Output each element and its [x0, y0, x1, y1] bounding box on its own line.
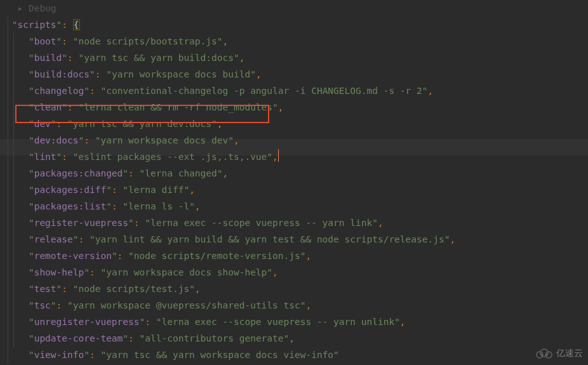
script-entry: "update-core-team": "all-contributors ge… — [6, 330, 588, 347]
script-entry: "boot": "node scripts/bootstrap.js", — [6, 33, 588, 50]
script-entry-highlighted: "dev": "yarn tsc && yarn dev:docs", — [6, 116, 588, 132]
script-entry: "packages:list": "lerna ls -l", — [6, 198, 588, 215]
scripts-key-line: "scripts": { — [6, 17, 588, 33]
script-entry: "unregister-vuepress": "lerna exec --sco… — [6, 314, 588, 330]
script-entry: "build": "yarn tsc && yarn build:docs", — [6, 50, 588, 66]
script-entry: "register-vuepress": "lerna exec --scope… — [6, 215, 588, 231]
script-entry: "show-help": "yarn workspace docs show-h… — [6, 264, 588, 281]
script-entry-cursor: "lint": "eslint packages --ext .js,.ts,.… — [6, 149, 588, 165]
script-entry: "remote-version": "node scripts/remote-v… — [6, 248, 588, 264]
script-entry: "release": "yarn lint && yarn build && y… — [6, 231, 588, 248]
script-entry: "clean": "lerna clean && rm -rf node_mod… — [6, 99, 588, 116]
debug-label-line: ▸ Debug — [6, 0, 588, 17]
watermark: 亿速云 — [535, 345, 583, 361]
script-entry: "packages:diff": "lerna diff", — [6, 182, 588, 198]
watermark-text: 亿速云 — [556, 345, 583, 361]
script-entry: "changelog": "conventional-changelog -p … — [6, 83, 588, 99]
script-entry: "build:docs": "yarn workspace docs build… — [6, 66, 588, 83]
text-caret — [278, 149, 279, 162]
cloud-icon — [535, 347, 554, 359]
script-entry: "dev:docs": "yarn workspace docs dev", — [6, 132, 588, 149]
script-entry: "tsc": "yarn workspace @vuepress/shared-… — [6, 297, 588, 314]
svg-point-4 — [545, 354, 547, 355]
code-editor[interactable]: ▸ Debug "scripts": { "boot": "node scrip… — [0, 0, 588, 365]
svg-point-3 — [540, 354, 542, 355]
script-entry: "packages:changed": "lerna changed", — [6, 165, 588, 182]
script-entry: "view-info": "yarn tsc && yarn workspace… — [6, 347, 588, 363]
script-entry: "test": "node scripts/test.js", — [6, 281, 588, 297]
